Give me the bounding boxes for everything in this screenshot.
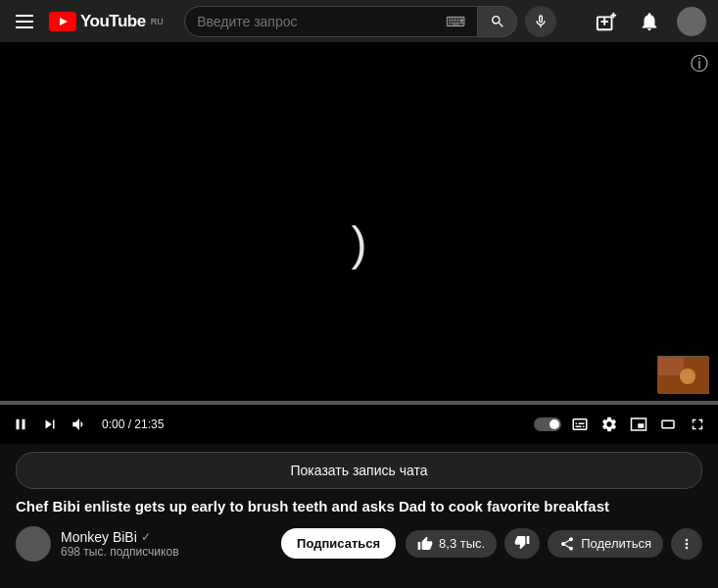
channel-avatar[interactable] [16,526,51,562]
video-player[interactable]: ) ⓘ 0:00 / 21:35 [0,42,718,444]
video-title: Chef Bibi enliste gets up early to brush… [16,497,702,516]
captions-knob [550,419,559,429]
header-right [591,6,706,37]
svg-point-4 [680,368,695,384]
next-icon [41,416,59,433]
more-icon [679,536,694,552]
more-button[interactable] [671,528,702,560]
mic-icon [533,14,549,29]
show-chat-button[interactable]: Показать запись чата [16,452,702,489]
thumbs-down-icon [514,534,530,550]
volume-icon [71,416,88,433]
next-button[interactable] [39,414,61,435]
channel-subs: 698 тыс. подписчиков [61,545,271,559]
logo[interactable]: YouTubeRU [49,12,164,31]
video-info: Chef Bibi enliste gets up early to brush… [0,497,718,562]
pause-icon [12,416,29,433]
actions-right: 8,3 тыс. Поделиться [406,528,702,560]
settings-icon [600,416,618,433]
like-count: 8,3 тыс. [439,536,485,551]
create-button[interactable] [591,6,622,37]
volume-button[interactable] [69,414,90,435]
thumbnail-preview [657,356,708,393]
avatar[interactable] [677,7,706,36]
fullscreen-icon [689,416,706,433]
menu-button[interactable] [12,11,37,32]
share-icon [559,536,575,552]
subtitles-button[interactable] [569,414,591,435]
share-button[interactable]: Поделиться [548,530,663,558]
keyboard-icon: ⌨ [446,14,465,29]
controls-right [534,414,708,435]
bell-icon [639,11,660,32]
fullscreen-button[interactable] [687,414,708,435]
mic-button[interactable] [525,6,556,37]
search-bar: ⌨ [184,6,556,37]
header: YouTubeRU ⌨ [0,0,718,42]
search-button[interactable] [478,6,517,37]
settings-button[interactable] [598,414,620,435]
logo-text: YouTube [80,12,146,31]
header-left: YouTubeRU [12,11,164,32]
captions-toggle[interactable] [534,417,561,431]
time-display: 0:00 / 21:35 [102,417,164,431]
theater-button[interactable] [657,414,679,435]
player-controls: 0:00 / 21:35 [0,405,718,444]
channel-info: Monkey BiBi ✓ 698 тыс. подписчиков [61,529,271,559]
miniplayer-icon [630,416,647,433]
verified-icon: ✓ [141,530,151,544]
dislike-button[interactable] [504,528,540,559]
search-input-wrapper: ⌨ [184,6,478,37]
theater-icon [659,416,677,433]
share-label: Поделиться [581,536,651,551]
pause-button[interactable] [10,414,31,435]
svg-rect-3 [658,357,684,375]
youtube-logo-icon [49,12,76,31]
subtitles-icon [571,416,589,433]
logo-ru: RU [151,17,164,26]
search-input[interactable] [197,14,442,29]
channel-row: Monkey BiBi ✓ 698 тыс. подписчиков Подпи… [16,526,702,562]
thumbs-up-icon [417,536,433,552]
notifications-button[interactable] [634,6,665,37]
loading-spinner: ) [352,217,367,270]
miniplayer-button[interactable] [628,414,649,435]
create-icon [596,11,617,32]
subscribe-button[interactable]: Подписаться [281,528,396,559]
channel-name: Monkey BiBi ✓ [61,529,271,545]
info-button[interactable]: ⓘ [691,52,708,75]
like-button[interactable]: 8,3 тыс. [406,530,497,558]
search-icon [490,14,505,29]
